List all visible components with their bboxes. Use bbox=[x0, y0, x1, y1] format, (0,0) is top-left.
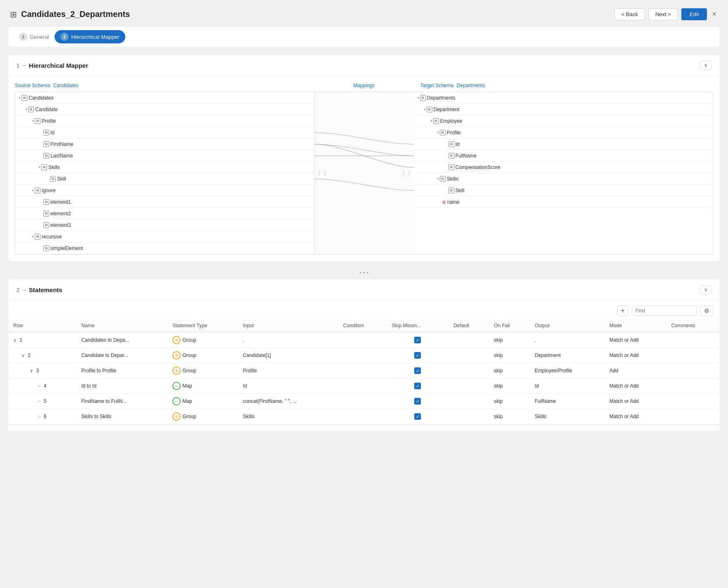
target-tree-node[interactable]: ▾GEmployee bbox=[414, 115, 713, 127]
right-handle[interactable]: ⋮⋮ bbox=[401, 170, 412, 176]
node-label: simpleElement bbox=[50, 245, 83, 251]
node-label: element1 bbox=[50, 199, 71, 205]
source-tree-node[interactable]: GFirstName bbox=[15, 138, 314, 150]
node-type-icon: G bbox=[28, 107, 34, 112]
target-tree-node[interactable]: ▾GDepartments bbox=[414, 92, 713, 104]
node-label: Id bbox=[456, 141, 460, 147]
target-tree-node[interactable]: ⊗name bbox=[414, 196, 713, 208]
table-row[interactable]: > 5 FirstName to FullN... ↔ Map concat(F… bbox=[8, 394, 720, 409]
cell-name: FirstName to FullN... bbox=[76, 394, 168, 409]
row-expand-icon[interactable]: > bbox=[38, 414, 41, 419]
cell-name: Candidate to Depar... bbox=[76, 348, 168, 363]
expand-icon[interactable]: ▾ bbox=[437, 176, 439, 181]
expand-icon[interactable]: ▾ bbox=[437, 130, 439, 135]
statements-title: Statements bbox=[29, 286, 62, 293]
skip-missing-checkbox[interactable]: ✓ bbox=[414, 352, 421, 359]
row-expand-icon[interactable]: ∨ bbox=[30, 368, 33, 373]
cell-default bbox=[449, 379, 489, 394]
next-button[interactable]: Next > bbox=[648, 8, 678, 20]
target-tree-node[interactable]: GId bbox=[414, 138, 713, 150]
skip-missing-checkbox[interactable]: ✓ bbox=[414, 383, 421, 389]
target-tree-node[interactable]: GCompensationScore bbox=[414, 162, 713, 173]
statements-header: 2 → Statements ∨ bbox=[8, 279, 720, 300]
source-tree-node[interactable]: ▾Gignore bbox=[15, 185, 314, 196]
source-tree-node[interactable]: ▾GSkills bbox=[15, 162, 314, 173]
table-row[interactable]: > 4 Id to Id ↔ Map Id ✓ skip Id Match or… bbox=[8, 379, 720, 394]
source-tree-node[interactable]: ▾GCandidate bbox=[15, 104, 314, 115]
map-type-icon: ↔ bbox=[172, 382, 181, 390]
row-expand-icon[interactable]: > bbox=[38, 399, 41, 404]
row-expand-icon[interactable]: ∨ bbox=[21, 353, 25, 358]
source-tree-node[interactable]: GLastName bbox=[15, 150, 314, 162]
cell-statement-type: ↔ Map bbox=[167, 394, 238, 409]
source-tree-node[interactable]: GId bbox=[15, 127, 314, 138]
tab-hierarchical-mapper[interactable]: 2 Hierarchical Mapper bbox=[55, 30, 125, 43]
expand-icon[interactable]: ▾ bbox=[32, 188, 34, 193]
cell-comments bbox=[666, 332, 720, 348]
page-title: Candidates_2_Departments bbox=[21, 10, 130, 19]
node-label: recursive bbox=[42, 234, 62, 240]
tab-mapper-label: Hierarchical Mapper bbox=[71, 34, 119, 40]
source-tree-node[interactable]: ▾GCandidates bbox=[15, 92, 314, 104]
expand-icon[interactable]: ▾ bbox=[32, 119, 34, 123]
node-label: Departments bbox=[427, 95, 456, 101]
collapse-statements-button[interactable]: ∨ bbox=[700, 285, 711, 294]
cell-on-fail: skip bbox=[489, 363, 530, 379]
edit-button[interactable]: Edit bbox=[681, 8, 707, 20]
cell-output: Skills bbox=[530, 409, 605, 424]
table-row[interactable]: > 6 Skills to Skills G Group Skills ✓ sk… bbox=[8, 409, 720, 424]
tabs-row: 1 General 2 Hierarchical Mapper bbox=[8, 27, 720, 47]
node-type-icon: G bbox=[440, 176, 446, 182]
target-tree-node[interactable]: GSkill bbox=[414, 185, 713, 196]
expand-icon[interactable]: ▾ bbox=[424, 107, 426, 112]
target-tree-node[interactable]: ▾GDepartment bbox=[414, 104, 713, 115]
row-expand-icon[interactable]: > bbox=[38, 383, 41, 388]
target-tree-node[interactable]: ▾GProfile bbox=[414, 127, 713, 138]
find-input[interactable] bbox=[635, 308, 693, 314]
back-button[interactable]: < Back bbox=[614, 8, 645, 20]
cell-skip-missing: ✓ bbox=[387, 363, 449, 379]
cell-skip-missing: ✓ bbox=[387, 348, 449, 363]
source-tree-node[interactable]: ▾GProfile bbox=[15, 115, 314, 127]
expand-icon[interactable]: ▾ bbox=[417, 95, 419, 100]
node-label: FullName bbox=[456, 153, 477, 159]
source-tree-node[interactable]: Gelement1 bbox=[15, 196, 314, 208]
node-type-icon: G bbox=[35, 234, 41, 240]
row-expand-icon[interactable]: ∨ bbox=[13, 338, 17, 343]
source-tree-node[interactable]: Gelement3 bbox=[15, 219, 314, 231]
source-tree-node[interactable]: GSkill bbox=[15, 173, 314, 185]
skip-missing-checkbox[interactable]: ✓ bbox=[414, 413, 421, 420]
resize-handle[interactable]: • • • bbox=[8, 266, 720, 279]
cell-on-fail: skip bbox=[489, 379, 530, 394]
target-tree-node[interactable]: GFullName bbox=[414, 150, 713, 162]
skip-missing-checkbox[interactable]: ✓ bbox=[414, 367, 421, 374]
mapper-container: Source Schema Candidates Mappings Target… bbox=[8, 76, 720, 261]
table-header-row: Row Name Statement Type Input Condition … bbox=[8, 319, 720, 332]
target-label: Target Schema Departments bbox=[414, 83, 714, 88]
add-statement-button[interactable]: + bbox=[617, 305, 628, 316]
node-label: Profile bbox=[42, 118, 56, 124]
skip-missing-checkbox[interactable]: ✓ bbox=[414, 398, 421, 405]
node-label: Skills bbox=[447, 176, 458, 182]
node-type-icon: G bbox=[41, 164, 47, 170]
expand-icon[interactable]: ▾ bbox=[430, 119, 432, 123]
source-tree-node[interactable]: Gelement2 bbox=[15, 208, 314, 219]
table-row[interactable]: ∨ 1 Candidates to Depa... G Group . ✓ sk… bbox=[8, 332, 720, 348]
node-label: Department bbox=[434, 107, 460, 112]
statements-tbody: ∨ 1 Candidates to Depa... G Group . ✓ sk… bbox=[8, 332, 720, 424]
source-tree-node[interactable]: GsimpleElement bbox=[15, 243, 314, 254]
table-row[interactable]: ∨ 2 Candidate to Depar... G Group Candid… bbox=[8, 348, 720, 363]
collapse-mapper-button[interactable]: ∨ bbox=[700, 61, 711, 70]
cell-name: Profile to Profile bbox=[76, 363, 168, 379]
skip-missing-checkbox[interactable]: ✓ bbox=[414, 337, 421, 343]
expand-icon[interactable]: ▾ bbox=[38, 165, 41, 169]
expand-icon[interactable]: ▾ bbox=[32, 234, 34, 239]
close-button[interactable]: × bbox=[710, 8, 718, 20]
table-row[interactable]: ∨ 3 Profile to Profile G Group Profile ✓… bbox=[8, 363, 720, 379]
expand-icon[interactable]: ▾ bbox=[19, 95, 21, 100]
target-tree-node[interactable]: ▾GSkills bbox=[414, 173, 713, 185]
source-tree-node[interactable]: ▾Grecursive bbox=[15, 231, 314, 243]
expand-icon[interactable]: ▾ bbox=[25, 107, 27, 112]
settings-button[interactable]: ⚙ bbox=[700, 305, 713, 316]
tab-general[interactable]: 1 General bbox=[13, 30, 55, 43]
